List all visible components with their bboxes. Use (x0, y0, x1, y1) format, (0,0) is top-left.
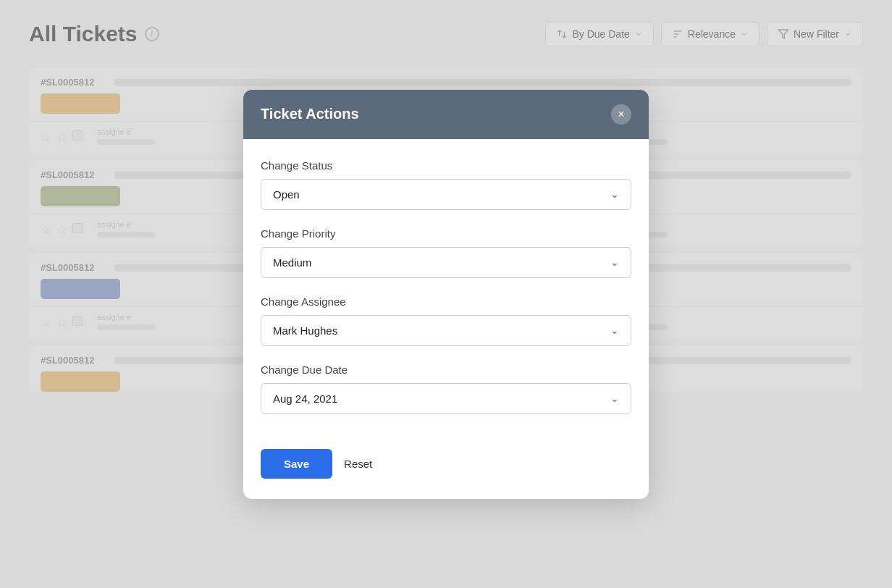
reset-button[interactable]: Reset (344, 458, 372, 470)
assignee-value: Mark Hughes (273, 324, 337, 337)
modal-close-button[interactable]: × (611, 104, 631, 125)
status-value: Open (273, 188, 300, 201)
due-date-field-label: Change Due Date (261, 364, 631, 376)
due-date-field-group: Change Due Date Aug 24, 2021 ⌄ (261, 364, 631, 414)
status-field-group: Change Status Open ⌄ (261, 159, 631, 210)
due-date-value: Aug 24, 2021 (273, 392, 337, 405)
modal-footer: Save Reset (243, 449, 649, 499)
ticket-actions-modal: Ticket Actions × Change Status Open ⌄ Ch… (243, 90, 649, 499)
modal-body: Change Status Open ⌄ Change Priority Med… (243, 139, 649, 449)
close-icon: × (618, 108, 624, 121)
priority-value: Medium (273, 256, 311, 269)
assignee-select[interactable]: Mark Hughes ⌄ (261, 315, 631, 346)
save-button[interactable]: Save (261, 449, 332, 479)
assignee-field-label: Change Assignee (261, 295, 631, 308)
assignee-field-group: Change Assignee Mark Hughes ⌄ (261, 295, 631, 346)
priority-select[interactable]: Medium ⌄ (261, 247, 631, 278)
priority-field-group: Change Priority Medium ⌄ (261, 227, 631, 278)
modal-overlay: Ticket Actions × Change Status Open ⌄ Ch… (0, 0, 892, 588)
chevron-down-icon: ⌄ (610, 188, 619, 200)
priority-field-label: Change Priority (261, 227, 631, 240)
due-date-select[interactable]: Aug 24, 2021 ⌄ (261, 383, 631, 414)
status-select[interactable]: Open ⌄ (261, 179, 631, 210)
modal-title: Ticket Actions (261, 106, 359, 122)
chevron-down-icon: ⌄ (610, 324, 619, 336)
chevron-down-icon: ⌄ (610, 256, 619, 268)
chevron-down-icon: ⌄ (610, 392, 619, 404)
status-field-label: Change Status (261, 159, 631, 172)
modal-header: Ticket Actions × (243, 90, 649, 139)
